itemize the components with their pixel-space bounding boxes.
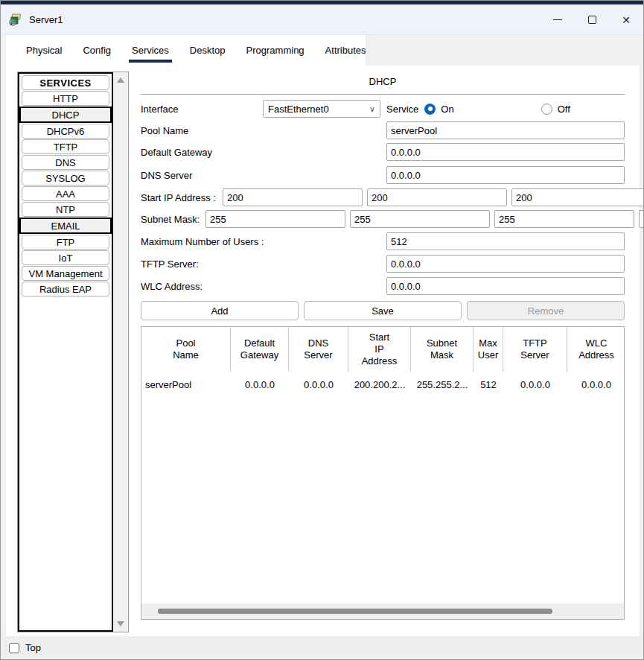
pool-table-header: Pool Name Default Gateway DNS Server Sta… [141, 327, 624, 372]
subnet-mask-octet-4[interactable] [639, 210, 644, 228]
sidebar-item-iot[interactable]: IoT [22, 250, 109, 265]
subnet-mask-octet-1[interactable] [205, 210, 345, 228]
dns-server-label: DNS Server [141, 170, 192, 181]
subnet-mask-label: Subnet Mask: [141, 214, 200, 225]
default-gateway-input[interactable] [386, 143, 625, 161]
table-row[interactable]: serverPool 0.0.0.0 0.0.0.0 200.200.2... … [141, 372, 624, 397]
max-users-label: Maximum Number of Users : [141, 236, 264, 247]
sidebar-item-services-header: SERVICES [22, 75, 109, 90]
start-ip-octet-1[interactable] [223, 188, 363, 206]
col-header-subnet-mask: Subnet Mask [411, 327, 474, 372]
tab-programming[interactable]: Programming [236, 35, 315, 66]
col-header-pool-name: Pool Name [141, 327, 231, 372]
scroll-up-icon[interactable] [117, 77, 124, 83]
top-checkbox-label: Top [25, 642, 41, 653]
interface-selected-value: FastEthernet0 [268, 104, 369, 115]
default-gateway-label: Default Gateway [141, 147, 212, 158]
cell-subnet-mask: 255.255.2... [411, 372, 474, 397]
services-sidebar: SERVICES HTTP DHCP DHCPv6 TFTP DNS SYSLO… [17, 72, 129, 632]
sidebar-item-dhcpv6[interactable]: DHCPv6 [22, 124, 109, 139]
wlc-address-label: WLC Address: [141, 281, 203, 292]
pool-name-label: Pool Name [141, 125, 188, 136]
tab-services[interactable]: Services [121, 35, 179, 66]
sidebar-item-dhcp[interactable]: DHCP [19, 107, 112, 123]
action-buttons: Add Save Remove [141, 301, 625, 320]
tftp-server-label: TFTP Server: [141, 258, 199, 270]
panel-title: DHCP [141, 76, 625, 87]
col-header-start-ip: Start IP Address [348, 327, 411, 372]
wlc-address-input[interactable] [386, 277, 625, 295]
tab-physical[interactable]: Physical [16, 35, 72, 66]
cell-pool-name: serverPool [141, 372, 231, 397]
dhcp-panel: DHCP Interface FastEthernet0 ∨ Service O… [141, 72, 625, 626]
titlebar: Server1 ✕ [1, 4, 643, 35]
cell-max-user: 512 [474, 372, 503, 397]
col-header-max-user: Max User [474, 327, 503, 372]
sidebar-item-radius-eap[interactable]: Radius EAP [22, 282, 109, 296]
sidebar-item-ftp[interactable]: FTP [22, 235, 109, 250]
interface-label: Interface [141, 104, 179, 115]
close-icon: ✕ [622, 15, 631, 25]
service-label: Service [386, 104, 418, 115]
col-header-dns-server: DNS Server [289, 327, 348, 372]
subnet-mask-octet-2[interactable] [350, 210, 490, 228]
col-header-tftp-server: TFTP Server [503, 327, 567, 372]
tftp-server-input[interactable] [386, 255, 625, 273]
col-header-default-gateway: Default Gateway [231, 327, 289, 372]
services-tab-pane: SERVICES HTTP DHCP DHCPv6 TFTP DNS SYSLO… [6, 66, 640, 638]
scroll-down-icon[interactable] [117, 621, 124, 626]
sidebar-item-ntp[interactable]: NTP [22, 202, 109, 217]
sidebar-item-http[interactable]: HTTP [22, 91, 109, 106]
sidebar-scrollbar[interactable] [113, 72, 128, 632]
start-ip-octet-2[interactable] [367, 188, 507, 206]
title-divider [141, 94, 625, 95]
chevron-down-icon: ∨ [369, 104, 375, 114]
sidebar-item-dns[interactable]: DNS [22, 155, 109, 170]
tab-desktop[interactable]: Desktop [179, 35, 236, 66]
subnet-mask-octet-3[interactable] [494, 210, 634, 228]
scrollbar-thumb[interactable] [158, 609, 552, 614]
tab-attributes[interactable]: Attributes [315, 35, 377, 66]
close-button[interactable]: ✕ [609, 4, 643, 35]
cell-tftp-server: 0.0.0.0 [503, 372, 567, 397]
start-ip-label: Start IP Address : [141, 192, 216, 203]
table-horizontal-scrollbar[interactable] [141, 603, 624, 619]
window-footer: Top [1, 636, 643, 659]
dns-server-input[interactable] [386, 166, 625, 184]
server-icon [8, 12, 23, 27]
minimize-icon [553, 19, 562, 20]
sidebar-item-vm-management[interactable]: VM Management [22, 266, 109, 281]
cell-default-gateway: 0.0.0.0 [231, 372, 289, 397]
save-button[interactable]: Save [304, 301, 462, 320]
service-off-radio[interactable] [541, 104, 552, 115]
maximize-button[interactable] [575, 4, 609, 35]
dhcp-pool-table: Pool Name Default Gateway DNS Server Sta… [141, 326, 625, 620]
tab-config[interactable]: Config [72, 35, 121, 66]
service-on-label: On [441, 104, 453, 115]
sidebar-item-aaa[interactable]: AAA [22, 186, 109, 201]
services-list: SERVICES HTTP DHCP DHCPv6 TFTP DNS SYSLO… [18, 72, 113, 632]
max-users-input[interactable] [386, 232, 625, 250]
service-off-label: Off [558, 104, 570, 115]
top-checkbox[interactable] [9, 643, 19, 653]
remove-button[interactable]: Remove [467, 301, 625, 320]
add-button[interactable]: Add [141, 301, 299, 320]
server-config-window: Server1 ✕ Physical Config Services Deskt… [0, 0, 644, 660]
window-title: Server1 [29, 14, 63, 25]
minimize-button[interactable] [541, 4, 575, 35]
tab-bar: Physical Config Services Desktop Program… [6, 35, 366, 66]
interface-select[interactable]: FastEthernet0 ∨ [263, 100, 380, 118]
start-ip-octet-3[interactable] [511, 188, 644, 206]
sidebar-item-syslog[interactable]: SYSLOG [22, 171, 109, 185]
service-on-radio[interactable] [424, 104, 436, 115]
sidebar-item-email[interactable]: EMAIL [19, 218, 112, 234]
cell-start-ip: 200.200.2... [348, 372, 411, 397]
cell-dns-server: 0.0.0.0 [289, 372, 348, 397]
col-header-wlc-address: WLC Address [567, 327, 625, 372]
sidebar-item-tftp[interactable]: TFTP [22, 139, 109, 154]
pool-name-input[interactable] [386, 121, 625, 139]
maximize-icon [588, 16, 596, 24]
cell-wlc-address: 0.0.0.0 [567, 372, 625, 397]
